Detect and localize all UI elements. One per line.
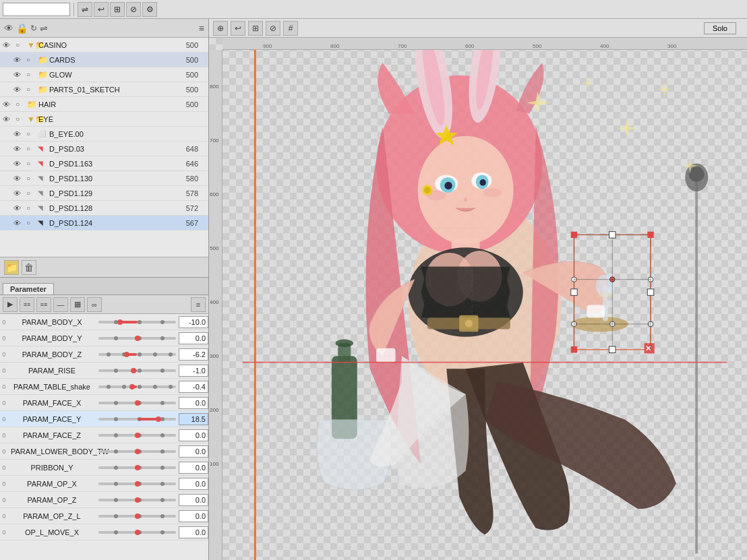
slider-dot[interactable]	[135, 400, 140, 406]
canvas-undo-btn[interactable]: ↩	[231, 21, 245, 36]
play-btn[interactable]: ▶	[3, 297, 18, 312]
lock-icon[interactable]: ○	[26, 189, 36, 197]
slider-track[interactable]	[98, 418, 176, 421]
solo-button[interactable]: Solo	[704, 22, 736, 34]
param-row[interactable]: 0 PARAM_FACE_Z 0.0	[0, 427, 208, 443]
param-row[interactable]: 0 PARAM_FACE_X 0.0	[0, 395, 208, 411]
param-value[interactable]: -6.2	[179, 348, 208, 361]
lock-icon[interactable]: ○	[26, 86, 36, 93]
slider-track[interactable]	[98, 353, 176, 356]
visibility-icon[interactable]: 👁	[13, 145, 24, 153]
toolbar-grid-btn[interactable]: ⊞	[110, 2, 125, 17]
slider-track[interactable]	[98, 483, 176, 485]
visibility-icon[interactable]: 👁	[13, 130, 24, 138]
param-row[interactable]: 0 PARAM_RISE -1.0	[0, 363, 208, 379]
param-value[interactable]: 0.0	[179, 494, 208, 506]
refresh-icon[interactable]: ↻	[30, 24, 37, 33]
menu-btn[interactable]: ≡	[191, 297, 206, 312]
visibility-icon[interactable]: 👁	[13, 160, 24, 168]
param-row[interactable]: 0 OP_L_MOVE_X 0.0	[0, 524, 208, 540]
param-slider[interactable]	[96, 321, 179, 323]
layer-item[interactable]: 👁 ○ ⬜ B_EYE.00	[0, 127, 208, 142]
param-slider[interactable]	[96, 515, 179, 518]
slider-track[interactable]	[98, 321, 176, 323]
param-value[interactable]: -10.0	[179, 316, 208, 328]
param-row[interactable]: 0 PARAM_FACE_Y 18.5	[0, 411, 208, 427]
param-slider[interactable]	[96, 418, 179, 421]
param-value[interactable]: -1.0	[179, 365, 208, 377]
slider-dot[interactable]	[135, 433, 140, 438]
eye-toggle-icon[interactable]: 👁	[4, 23, 13, 34]
more-btn[interactable]: ∞	[87, 297, 102, 312]
param-row[interactable]: 0 PARAM_LOWER_BODY_TW 0.0	[0, 443, 208, 460]
slider-track[interactable]	[98, 450, 176, 453]
visibility-icon[interactable]: 👁	[3, 115, 13, 123]
param-value[interactable]: -0.4	[179, 381, 208, 393]
parameter-tab[interactable]: Parameter	[3, 283, 54, 294]
slider-dot[interactable]	[135, 465, 140, 470]
slider-track[interactable]	[98, 402, 176, 404]
visibility-icon[interactable]: 👁	[3, 41, 13, 49]
param-value[interactable]: 0.0	[179, 510, 208, 522]
param-value[interactable]: 0.0	[179, 526, 208, 538]
param-slider[interactable]	[96, 466, 179, 469]
visibility-icon[interactable]: 👁	[13, 56, 24, 64]
slider-track[interactable]	[98, 515, 176, 518]
slider-track[interactable]	[98, 531, 176, 534]
delete-layer-btn[interactable]: 🗑	[22, 260, 36, 275]
lock-icon[interactable]: ○	[16, 41, 25, 49]
lock-icon[interactable]: ○	[26, 71, 36, 78]
canvas-hash-btn[interactable]: #	[283, 21, 298, 36]
param-slider[interactable]	[96, 531, 179, 534]
slider-dot[interactable]	[135, 481, 140, 487]
visibility-icon[interactable]: 👁	[13, 219, 24, 227]
lock-icon[interactable]: ○	[26, 175, 36, 182]
lock-icon[interactable]: ○	[16, 100, 25, 108]
slider-track[interactable]	[98, 466, 176, 469]
param-row[interactable]: 0 PRIBBON_Y 0.0	[0, 460, 208, 476]
swap-icon[interactable]: ⇌	[40, 23, 48, 34]
slider-dot[interactable]	[135, 514, 140, 519]
visibility-icon[interactable]: 👁	[13, 189, 24, 197]
layer-item[interactable]: 👁 ○ ◥ D_PSD1.128 572	[0, 201, 208, 216]
slider-track[interactable]	[98, 434, 176, 437]
add-layer-btn[interactable]: 📁	[4, 260, 19, 275]
param-row[interactable]: 0 PARAM_OP_Z_L 0.0	[0, 508, 208, 524]
layer-item[interactable]: 👁 ○ ▼📁 CASINO 500	[0, 38, 208, 53]
canvas-viewport[interactable]: 900 800 700 600 500 400 300 800 700 600 …	[209, 38, 747, 560]
slider-dot[interactable]	[135, 530, 140, 535]
param-value[interactable]: 0.0	[179, 478, 208, 490]
layer-item[interactable]: 👁 ○ 📁 HAIR 500	[0, 97, 208, 112]
slider-dot[interactable]	[131, 368, 136, 373]
visibility-icon[interactable]: 👁	[13, 86, 24, 94]
param-row[interactable]: 0 PARAM_OP_X 0.0	[0, 476, 208, 492]
lock-icon[interactable]: ○	[26, 160, 36, 167]
lock-icon[interactable]: ○	[26, 130, 36, 137]
layer-item[interactable]: 👁 ○ ◥ D_PSD1.163 646	[0, 156, 208, 171]
visibility-icon[interactable]: 👁	[13, 71, 24, 79]
canvas-grid-btn[interactable]: ⊞	[248, 21, 263, 36]
param-value[interactable]: 0.0	[179, 397, 208, 409]
param-slider[interactable]	[96, 353, 179, 356]
param-value[interactable]: 0.0	[179, 445, 208, 458]
param-row[interactable]: 0 PARAM_BODY_Y 0.0	[0, 330, 208, 346]
slider-dot[interactable]	[117, 319, 123, 325]
param-slider[interactable]	[96, 369, 179, 372]
layer-item[interactable]: 👁 ○ ▼📁 EYE	[0, 112, 208, 127]
grid-btn[interactable]: ▦	[70, 297, 85, 312]
layer-item[interactable]: 👁 ○ ◥ D_PSD1.129 578	[0, 186, 208, 201]
param-slider[interactable]	[96, 450, 179, 453]
slider-dot[interactable]	[124, 352, 129, 357]
slider-dot[interactable]	[135, 336, 140, 341]
slider-dot[interactable]	[156, 416, 161, 422]
toolbar-transform-btn[interactable]: ⇌	[78, 2, 92, 17]
toolbar-settings-btn[interactable]: ⚙	[142, 2, 157, 17]
search-input[interactable]	[3, 3, 70, 16]
canvas-reset-btn[interactable]: ⊘	[266, 21, 280, 36]
slider-dot[interactable]	[129, 384, 135, 390]
layer-item[interactable]: 👁 ○ ◥ D_PSD1.124 567	[0, 216, 208, 230]
param-slider[interactable]	[96, 337, 179, 340]
param-row[interactable]: 0 PARAM_BODY_X -10.0	[0, 314, 208, 330]
layer-item[interactable]: 👁 ○ 📁 CARDS 500	[0, 53, 208, 67]
slider-dot[interactable]	[135, 497, 140, 503]
